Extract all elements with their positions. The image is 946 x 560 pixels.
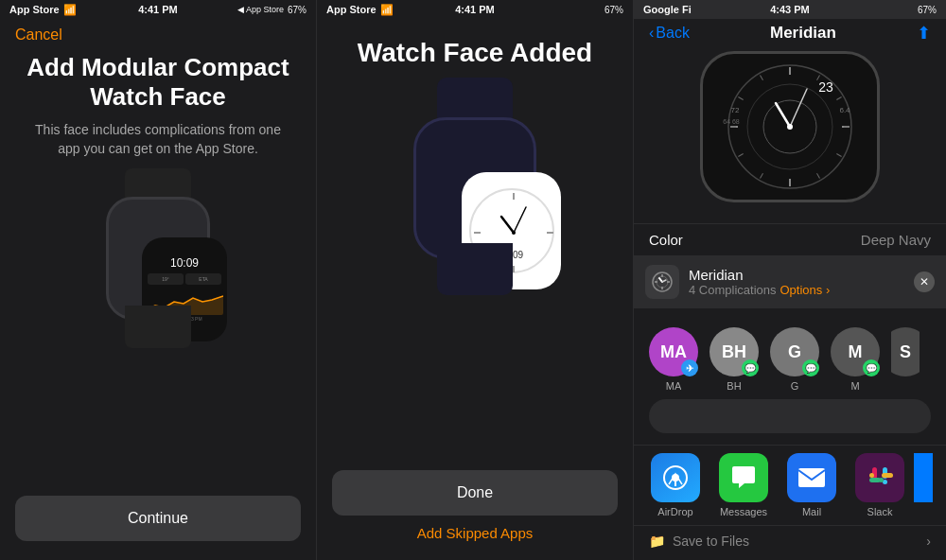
contact-badge-ma: ✈ <box>681 359 698 376</box>
watch-time-1: 10:09 <box>170 256 199 270</box>
contact-name-ma: MA <box>666 380 682 392</box>
done-button[interactable]: Done <box>332 470 618 516</box>
svg-point-26 <box>787 124 793 130</box>
close-icon: ✕ <box>920 275 929 289</box>
meridian-watch-screen: 23 72 6.4 64 68 <box>700 51 880 202</box>
time-panel2: 4:41 PM <box>455 4 495 15</box>
watch2-band-bottom <box>437 243 513 295</box>
contact-initials-g: G <box>788 342 801 362</box>
cancel-button[interactable]: Cancel <box>15 26 62 43</box>
partial-app-icon <box>914 453 933 502</box>
contact-ma[interactable]: MA ✈ MA <box>649 327 698 392</box>
color-value: Deep Navy <box>861 232 931 248</box>
face-name: Meridian <box>689 267 906 283</box>
contact-initials-ma: MA <box>660 342 687 362</box>
share-icon[interactable]: ⬆ <box>917 23 931 44</box>
contact-bh[interactable]: BH 💬 BH <box>710 327 759 392</box>
face-info-row: Meridian 4 Complications Options › ✕ <box>634 255 946 308</box>
svg-line-4 <box>501 217 514 233</box>
contact-avatar-partial: S <box>891 327 920 376</box>
status-bar-right-panel1: ◀ App Store 67% <box>237 5 307 15</box>
chevron-right-more-icon: › <box>926 534 931 549</box>
panel1-header: Cancel <box>0 19 316 44</box>
contact-partial[interactable]: S <box>891 327 920 392</box>
mail-svg <box>797 467 826 488</box>
svg-line-17 <box>836 154 841 157</box>
panel2-title: Watch Face Added <box>339 19 611 68</box>
app-partial[interactable] <box>914 453 933 517</box>
face-details: Meridian 4 Complications Options › <box>689 267 906 297</box>
color-label: Color <box>649 232 683 248</box>
svg-text:64 68: 64 68 <box>723 118 740 125</box>
panel-watch-face-added: App Store 📶 4:41 PM 67% Watch Face Added <box>317 0 634 560</box>
svg-line-25 <box>790 89 807 127</box>
nav-title: Meridian <box>770 24 836 43</box>
contact-name-bh: BH <box>727 380 741 392</box>
status-bar-left-panel1: App Store 📶 <box>9 4 77 16</box>
app-store-label: App Store <box>9 4 60 15</box>
wifi-icon: 📶 <box>63 4 77 16</box>
messages-icon <box>719 453 768 502</box>
contact-badge-m: 💬 <box>863 359 880 376</box>
panel1-subtitle: This face includes complications from on… <box>0 112 316 167</box>
airdrop-icon <box>651 453 700 502</box>
chevron-left-icon: ‹ <box>649 25 654 42</box>
airdrop-svg <box>661 464 690 492</box>
save-to-files-row[interactable]: 📁 Save to Files › <box>634 525 946 556</box>
watch-preview-panel1: 10:09 19° ETA SYR .... 0:33 PM <box>82 168 234 348</box>
mail-icon <box>787 453 836 502</box>
slack-icon <box>855 453 904 502</box>
signal-back-icon: ◀ App Store <box>237 5 284 14</box>
svg-rect-42 <box>798 468 825 487</box>
svg-line-20 <box>738 154 743 157</box>
app-slack[interactable]: Slack <box>846 453 914 517</box>
contact-avatar-m: M 💬 <box>831 327 880 376</box>
svg-line-23 <box>761 75 763 79</box>
status-bar-panel2: App Store 📶 4:41 PM 67% <box>317 0 633 19</box>
message-input-row[interactable] <box>649 399 931 433</box>
save-to-files-label: Save to Files <box>673 534 749 549</box>
carrier-label: Google Fi <box>643 4 692 15</box>
app-mail[interactable]: Mail <box>778 453 846 517</box>
time-panel1: 4:41 PM <box>138 4 178 15</box>
add-skipped-button[interactable]: Add Skipped Apps <box>417 525 534 541</box>
face-options-button[interactable]: Options › <box>780 283 831 297</box>
save-to-files-icon: 📁 <box>649 534 665 549</box>
panel-add-watch-face: App Store 📶 4:41 PM ◀ App Store 67% Canc… <box>0 0 317 560</box>
svg-line-22 <box>738 97 743 100</box>
time-panel3: 4:43 PM <box>770 4 810 15</box>
contact-avatar-bh: BH 💬 <box>710 327 759 376</box>
slack-label: Slack <box>867 506 893 517</box>
continue-button[interactable]: Continue <box>15 496 301 541</box>
contact-initials-m: M <box>849 342 863 362</box>
svg-line-18 <box>817 173 820 178</box>
face-close-button[interactable]: ✕ <box>914 271 935 292</box>
contact-m[interactable]: M 💬 M <box>831 327 880 392</box>
contact-initials-bh: BH <box>722 342 746 362</box>
battery-icon: 67% <box>288 5 307 15</box>
slack-svg <box>867 464 893 491</box>
watch-preview-panel2: 10:09 <box>380 78 569 295</box>
contact-avatar-g: G 💬 <box>770 327 819 376</box>
svg-text:6.4: 6.4 <box>839 106 850 114</box>
options-label[interactable]: Options <box>780 283 823 297</box>
messages-label: Messages <box>720 506 767 517</box>
svg-text:72: 72 <box>731 106 740 114</box>
face-complications: 4 Complications <box>689 283 777 297</box>
app-airdrop[interactable]: AirDrop <box>641 453 710 517</box>
complications-options-row: 4 Complications Options › <box>689 283 906 297</box>
contact-name-g: G <box>791 380 799 392</box>
contact-avatar-ma: MA ✈ <box>649 327 698 376</box>
contact-badge-bh: 💬 <box>742 359 759 376</box>
app-messages[interactable]: Messages <box>710 453 778 517</box>
svg-line-5 <box>514 207 526 233</box>
meridian-face-svg: 23 72 6.4 64 68 <box>705 56 875 198</box>
watch2-body: 10:09 <box>413 117 536 259</box>
contact-g[interactable]: G 💬 G <box>770 327 819 392</box>
back-button[interactable]: ‹ Back <box>649 25 690 42</box>
contact-partial-label: S <box>900 342 911 362</box>
meridian-face-icon <box>651 271 674 293</box>
app-icons-row: AirDrop Messages Mail <box>634 445 946 525</box>
battery-2: 67% <box>604 5 623 15</box>
watch-body: 10:09 19° ETA SYR .... 0:33 PM <box>106 197 210 320</box>
